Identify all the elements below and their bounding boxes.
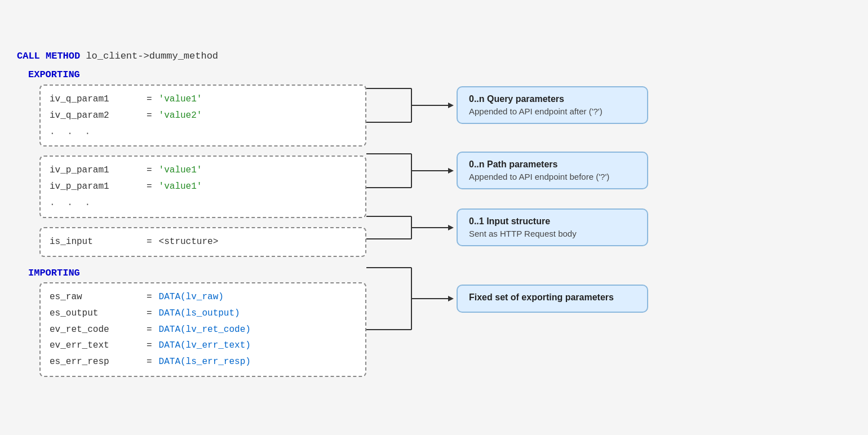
code-panel: CALL METHOD lo_client->dummy_method EXPO… (17, 49, 366, 386)
main-container: CALL METHOD lo_client->dummy_method EXPO… (17, 49, 851, 386)
input-connector-row: 0..1 Input structure Sent as HTTP Reques… (366, 208, 851, 247)
svg-marker-19 (448, 296, 454, 301)
import-line-1: es_raw = DATA(lv_raw) (50, 289, 356, 305)
query-box-desc: Appended to API endpoint after ('?') (469, 106, 636, 116)
query-line-2: iv_q_param2 = 'value2' (50, 108, 356, 124)
path-info-box: 0..n Path parameters Appended to API end… (457, 152, 648, 189)
svg-marker-14 (448, 225, 454, 230)
call-method-line: CALL METHOD lo_client->dummy_method (17, 49, 366, 64)
importing-params-box: es_raw = DATA(lv_raw) es_output = DATA(l… (39, 282, 366, 377)
path-box-desc: Appended to API endpoint before ('?') (469, 172, 636, 181)
query-dots: . . . (50, 124, 356, 140)
path-dots: . . . (50, 195, 356, 211)
query-connector-row: 0..n Query parameters Appended to API en… (366, 77, 851, 134)
input-info-box: 0..1 Input structure Sent as HTTP Reques… (457, 208, 648, 246)
call-keyword: CALL METHOD (17, 51, 80, 61)
method-name-text: lo_client->dummy_method (86, 51, 218, 61)
path-line-1: iv_p_param1 = 'value1' (50, 162, 356, 179)
query-line-1: iv_q_param1 = 'value1' (50, 91, 356, 108)
path-box-title: 0..n Path parameters (469, 159, 636, 170)
input-structure-box: is_input = <structure> (39, 227, 366, 257)
query-connector-svg (366, 77, 457, 134)
query-params-box: iv_q_param1 = 'value1' iv_q_param2 = 'va… (39, 85, 366, 147)
query-info-box: 0..n Query parameters Appended to API en… (457, 86, 648, 124)
input-box-title: 0..1 Input structure (469, 216, 636, 227)
import-line-4: ev_err_text = DATA(lv_err_text) (50, 338, 356, 354)
input-connector-svg (366, 208, 457, 247)
input-line-1: is_input = <structure> (50, 234, 356, 250)
importing-connector-svg (366, 256, 457, 341)
importing-connector-row: Fixed set of exporting parameters (366, 256, 851, 341)
path-connector-svg (366, 143, 457, 199)
path-params-box: iv_p_param1 = 'value1' iv_p_param1 = 'va… (39, 156, 366, 218)
import-line-3: ev_ret_code = DATA(lv_ret_code) (50, 322, 356, 338)
input-box-desc: Sent as HTTP Request body (469, 229, 636, 238)
path-line-2: iv_p_param1 = 'value1' (50, 179, 356, 195)
importing-info-box: Fixed set of exporting parameters (457, 285, 648, 313)
import-line-5: es_err_resp = DATA(ls_err_resp) (50, 354, 356, 370)
svg-marker-4 (448, 103, 454, 108)
svg-marker-9 (448, 168, 454, 174)
importing-label: IMPORTING (28, 266, 366, 281)
query-box-title: 0..n Query parameters (469, 94, 636, 104)
importing-box-title: Fixed set of exporting parameters (469, 292, 636, 303)
import-line-2: es_output = DATA(ls_output) (50, 305, 356, 322)
exporting-label: EXPORTING (28, 68, 366, 82)
path-connector-row: 0..n Path parameters Appended to API end… (366, 143, 851, 199)
